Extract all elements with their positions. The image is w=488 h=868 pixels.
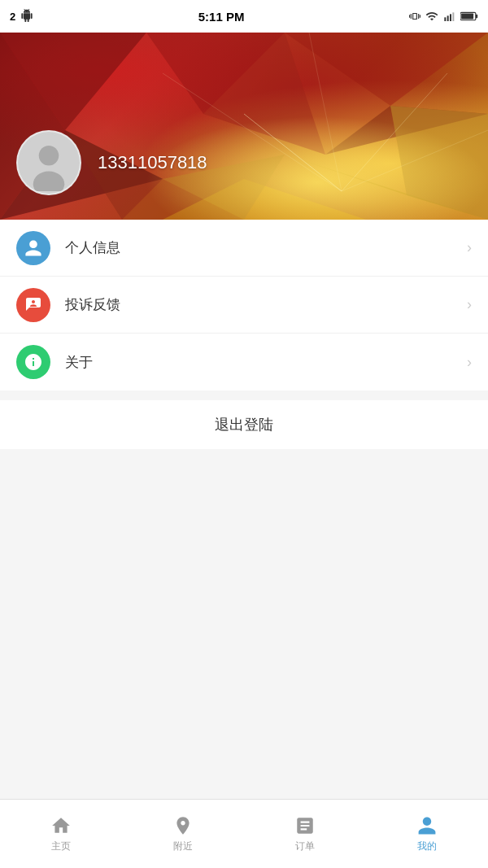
user-phone: 13311057818	[98, 152, 207, 173]
about-icon-wrap	[16, 345, 50, 379]
status-time: 5:11 PM	[198, 10, 245, 24]
personal-icon	[24, 238, 43, 258]
feedback-icon	[24, 295, 43, 315]
tab-orders-label: 订单	[295, 840, 315, 853]
svg-rect-0	[444, 17, 446, 21]
tab-nearby[interactable]: 附近	[122, 800, 244, 868]
banner-content: 13311057818	[16, 130, 207, 195]
svg-rect-2	[450, 14, 451, 21]
svg-rect-3	[452, 12, 454, 21]
mine-icon	[416, 815, 438, 836]
svg-point-28	[39, 146, 59, 166]
status-left: 2	[10, 9, 33, 24]
feedback-icon-wrap	[16, 288, 50, 322]
location-icon	[172, 815, 194, 836]
logout-label: 退出登陆	[215, 415, 273, 434]
vibrate-icon	[409, 10, 420, 23]
tab-bar: 主页 附近 订单 我的	[0, 799, 488, 868]
tab-home-label: 主页	[51, 840, 71, 853]
about-label: 关于	[65, 353, 467, 372]
wifi-icon	[425, 10, 439, 23]
personal-icon-wrap	[16, 231, 50, 265]
menu-item-personal[interactable]: 个人信息 ›	[0, 220, 488, 277]
svg-rect-5	[476, 15, 477, 19]
feedback-label: 投诉反馈	[65, 295, 467, 314]
menu-section: 个人信息 › 投诉反馈 › 关于 ›	[0, 220, 488, 390]
header-banner: 13311057818	[0, 33, 488, 220]
battery-icon	[460, 11, 478, 22]
tab-mine-label: 我的	[417, 840, 437, 853]
notification-badge-1: 2	[10, 11, 15, 23]
info-icon	[24, 352, 43, 372]
tab-orders[interactable]: 订单	[244, 800, 366, 868]
logout-section-wrapper: 退出登陆	[0, 400, 488, 449]
personal-chevron: ›	[467, 239, 472, 256]
android-icon	[20, 9, 33, 24]
tab-nearby-label: 附近	[173, 840, 193, 853]
signal-icon	[443, 10, 456, 23]
orders-icon	[294, 815, 316, 836]
menu-item-about[interactable]: 关于 ›	[0, 334, 488, 390]
status-bar: 2 5:11 PM	[0, 0, 488, 33]
tab-mine[interactable]: 我的	[366, 800, 488, 868]
gray-area	[0, 449, 488, 632]
logout-button[interactable]: 退出登陆	[0, 400, 488, 449]
svg-rect-6	[461, 13, 473, 19]
avatar	[16, 130, 81, 195]
avatar-icon	[20, 134, 77, 191]
status-right	[409, 10, 478, 23]
menu-item-feedback[interactable]: 投诉反馈 ›	[0, 277, 488, 334]
home-icon	[50, 815, 72, 836]
personal-label: 个人信息	[65, 238, 467, 257]
svg-rect-1	[447, 15, 449, 21]
about-chevron: ›	[467, 354, 472, 371]
tab-home[interactable]: 主页	[0, 800, 122, 868]
feedback-chevron: ›	[467, 296, 472, 313]
